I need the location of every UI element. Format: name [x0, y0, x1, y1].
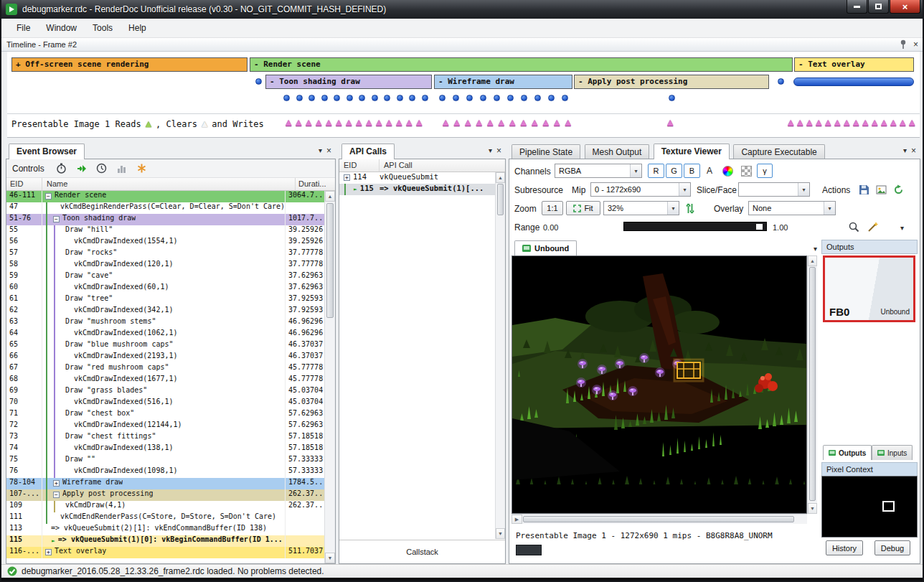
event-browser-column-header[interactable]: EID Name Durati...: [6, 178, 335, 191]
event-row[interactable]: 59Draw "cave"37.62963: [6, 271, 325, 283]
expander-icon[interactable]: −: [53, 492, 60, 498]
red-channel-button[interactable]: R: [648, 164, 664, 178]
goto-event-icon[interactable]: [75, 161, 89, 176]
pixel-context-view[interactable]: [821, 476, 918, 538]
event-row[interactable]: 69Draw "grass blades"45.03704: [6, 386, 325, 398]
zoom-1to1-button[interactable]: 1:1: [542, 201, 563, 215]
timeline-close-icon[interactable]: ×: [913, 40, 918, 49]
stats-chart-icon[interactable]: [115, 161, 129, 176]
window-titlebar[interactable]: debugmarker.rdc - RenderDoc Unofficial r…: [1, 0, 923, 19]
texture-image[interactable]: [512, 255, 807, 514]
event-dot[interactable]: [439, 95, 446, 101]
column-eid[interactable]: EID: [6, 178, 42, 190]
event-row[interactable]: 71Draw "chest box"57.62963: [6, 409, 325, 421]
autofit-wand-icon[interactable]: [864, 220, 880, 234]
event-row[interactable]: 55Draw "hill"39.25926: [6, 225, 325, 237]
event-row[interactable]: 46-111−Render scene3064.7...: [6, 191, 325, 202]
event-row[interactable]: 78-104+Wireframe draw1784.5...: [6, 478, 325, 489]
event-dot[interactable]: [466, 95, 473, 101]
event-dot[interactable]: [372, 95, 378, 101]
texture-hscrollbar[interactable]: ◀ ▶: [512, 514, 807, 524]
scroll-down-icon[interactable]: ▼: [496, 528, 505, 539]
panel-menu-icon[interactable]: ▾: [319, 146, 322, 155]
pin-icon[interactable]: [900, 39, 908, 50]
event-row[interactable]: 111vkCmdEndRenderPass(C=Store, D=Store, …: [6, 512, 325, 524]
expander-icon[interactable]: +: [344, 174, 350, 181]
event-dot[interactable]: [359, 95, 365, 101]
green-channel-button[interactable]: G: [666, 164, 682, 178]
expander-icon[interactable]: −: [53, 216, 60, 222]
tab-inputs[interactable]: Inputs: [872, 445, 913, 460]
event-dot[interactable]: [409, 95, 415, 101]
api-calls-column-header[interactable]: EID API Call: [339, 159, 505, 172]
event-row[interactable]: 66vkCmdDrawIndexed(2193,1)46.37037: [6, 352, 325, 363]
event-row[interactable]: 67Draw "red mushroom caps"45.77778: [6, 363, 325, 375]
scroll-up-icon[interactable]: ▲: [496, 172, 505, 183]
event-dot[interactable]: [548, 95, 555, 101]
scrollbar-thumb[interactable]: [809, 267, 816, 501]
event-dot[interactable]: [296, 95, 303, 101]
column-name[interactable]: Name: [42, 178, 295, 190]
event-row[interactable]: 61Draw "tree"37.92593: [6, 294, 325, 306]
scroll-up-icon[interactable]: ▲: [325, 191, 335, 202]
event-dot[interactable]: [397, 95, 403, 101]
output-thumbnail-fb0[interactable]: FB0 Unbound: [823, 255, 915, 322]
event-row[interactable]: 60vkCmdDrawIndexed(60,1)37.62963: [6, 283, 325, 294]
tab-mesh-output[interactable]: Mesh Output: [585, 144, 650, 159]
range-max-value[interactable]: 1.00: [773, 221, 788, 234]
tab-capture-executable[interactable]: Capture Executable: [733, 144, 824, 159]
tab-event-browser[interactable]: Event Browser: [9, 144, 85, 159]
event-dot[interactable]: [384, 95, 390, 101]
close-button[interactable]: ×: [890, 0, 920, 14]
panel-close-icon[interactable]: ×: [326, 146, 331, 155]
asterisk-icon[interactable]: [135, 161, 149, 176]
tab-api-calls[interactable]: API Calls: [341, 144, 395, 159]
event-row[interactable]: 113=> vkQueueSubmit(2)[1]: vkEndCommandB…: [6, 524, 325, 535]
event-row[interactable]: 65Draw "blue mushroom caps"46.37037: [6, 340, 325, 352]
column-duration[interactable]: Durati...: [295, 178, 335, 190]
event-dot[interactable]: [562, 95, 568, 101]
range-min-value[interactable]: 0.00: [543, 221, 558, 234]
event-dot[interactable]: [308, 95, 315, 101]
event-row[interactable]: 47vkCmdBeginRenderPass(C=Clear, D=Clear,…: [6, 202, 325, 214]
timeline-marker-bar[interactable]: - Toon shading draw: [265, 75, 432, 89]
event-row[interactable]: 109vkCmdDraw(4,1)262.37...: [6, 501, 325, 512]
clock-icon[interactable]: [95, 161, 109, 176]
color-wheel-icon[interactable]: [720, 164, 735, 178]
event-dot[interactable]: [480, 95, 486, 101]
event-dot[interactable]: [778, 78, 784, 85]
event-row[interactable]: 72vkCmdDrawIndexed(12144,1)57.62963: [6, 421, 325, 432]
event-row[interactable]: 63Draw "mushroom stems"46.96296: [6, 317, 325, 329]
panel-close-icon[interactable]: ×: [911, 146, 916, 155]
event-dot[interactable]: [521, 95, 527, 101]
texture-list-dropdown-icon[interactable]: ▾: [814, 245, 817, 253]
event-dot[interactable]: [422, 95, 428, 101]
debug-button[interactable]: Debug: [874, 540, 910, 555]
event-dot[interactable]: [334, 95, 340, 101]
panel-menu-icon[interactable]: ▾: [903, 146, 907, 155]
event-browser-scrollbar[interactable]: ▲ ▼: [324, 191, 335, 563]
save-icon[interactable]: [856, 182, 872, 197]
scroll-up-icon[interactable]: ▲: [808, 255, 817, 266]
tab-outputs[interactable]: Outputs: [823, 445, 872, 460]
event-row[interactable]: 76vkCmdDrawIndexed(1098,1)57.33333: [6, 466, 325, 478]
event-row[interactable]: 70vkCmdDrawIndexed(516,1)45.03704: [6, 398, 325, 409]
timeline-marker-bar[interactable]: - Apply post processing: [574, 75, 769, 89]
timeline-marker-bar[interactable]: - Wireframe draw: [434, 75, 572, 89]
timeline-marker-bar[interactable]: + Off-screen scene rendering: [11, 57, 248, 72]
tab-pipeline-state[interactable]: Pipeline State: [512, 144, 580, 159]
event-row[interactable]: 58vkCmdDrawIndexed(120,1)37.77778: [6, 260, 325, 271]
zoom-select[interactable]: 32% ▾: [603, 201, 679, 215]
channels-select[interactable]: RGBA ▾: [555, 164, 642, 178]
scrollbar-thumb[interactable]: [326, 203, 334, 318]
event-dot[interactable]: [453, 95, 459, 101]
event-dot[interactable]: [283, 95, 290, 101]
event-dot[interactable]: [669, 95, 675, 101]
menu-item[interactable]: File: [9, 20, 38, 36]
expander-icon[interactable]: +: [53, 480, 60, 487]
event-dot[interactable]: [321, 95, 328, 101]
timeline-marker-bar[interactable]: - Text overlay: [794, 57, 914, 72]
event-row[interactable]: 75Draw ""57.33333: [6, 455, 325, 466]
flip-y-icon[interactable]: [682, 201, 698, 215]
timeline-marker-bar[interactable]: - Render scene: [250, 57, 793, 72]
